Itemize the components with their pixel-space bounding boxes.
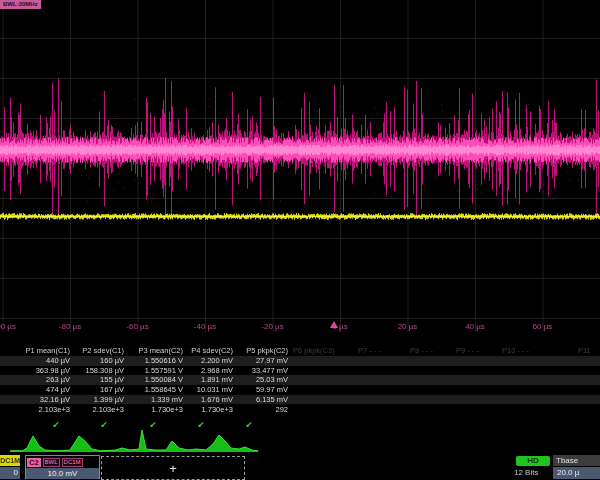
c2-label: C2 [27,458,41,467]
channel-c1-descriptor[interactable]: DC1M 0 mV [0,455,20,479]
measurement-cell: 363.98 µV [12,366,70,376]
measurement-cell: 1.891 mV [175,375,233,385]
measurement-cell: 1.676 mV [175,395,233,405]
time-tick-label: 20 µs [398,322,418,331]
measurement-cell: 292 [230,405,288,415]
measurement-cell: 263 µV [12,375,70,385]
measurement-cell: 6.135 mV [230,395,288,405]
time-tick-label: -60 µs [126,322,148,331]
param-header-inactive[interactable]: P7 - - - [358,346,381,356]
time-axis: -100 µs-80 µs-60 µs-40 µs-20 µs0 µs20 µs… [0,322,600,334]
param-header[interactable]: P4 sdev(C2) [175,346,233,356]
measurement-cell: 1.399 µV [66,395,124,405]
c1-coupling-badge: DC1M [0,455,20,466]
trigger-marker-icon[interactable] [330,321,338,328]
measurement-cell: 440 µV [12,356,70,366]
param-header-inactive[interactable]: P11 [578,346,591,356]
plus-icon: + [169,461,177,476]
time-tick-label: -100 µs [0,322,16,331]
param-header-inactive[interactable]: P6 pkpk(C3) [293,346,335,356]
param-header[interactable]: P1 mean(C1) [12,346,70,356]
time-tick-label: 40 µs [465,322,485,331]
measurement-cell: 474 µV [12,385,70,395]
measurement-cell: 2.103e+3 [66,405,124,415]
c1-scale-value: 0 mV [0,467,20,479]
status-check-icon: ✔ [50,419,62,431]
measurement-cell: 33.477 mV [230,366,288,376]
measurement-cell: 59.97 mV [230,385,288,395]
c2-bwl-badge: BWL [43,458,60,467]
timebase-descriptor[interactable]: Tbase 20.0 µ [553,455,600,479]
param-header-inactive[interactable]: P10 - - - [502,346,529,356]
measurement-cell: 25.03 mV [230,375,288,385]
measurement-cell: 2.103e+3 [12,405,70,415]
trace-label: BWL:20MHz [0,0,41,9]
time-tick-label: -40 µs [194,322,216,331]
time-tick-label: -20 µs [261,322,283,331]
measurement-table: P1 mean(C1)P2 sdev(C1)P3 mean(C2)P4 sdev… [0,346,600,436]
param-header[interactable]: P5 pkpk(C2) [230,346,288,356]
status-check-icon: ✔ [147,419,159,431]
status-check-icon: ✔ [195,419,207,431]
time-tick-label: 60 µs [533,322,553,331]
resolution-bits: 12 Bits [514,468,538,477]
oscilloscope-screen: BWL:20MHz -100 µs-80 µs-60 µs-40 µs-20 µ… [0,0,600,480]
c2-coupling-badge: DC1M [62,458,83,467]
measurement-cell: 32.16 µV [12,395,70,405]
measurement-cell: 1.730e+3 [175,405,233,415]
timebase-title: Tbase [553,455,600,466]
hd-mode-indicator: HD 12 Bits [510,455,552,479]
param-header[interactable]: P2 sdev(C1) [66,346,124,356]
add-trace-button[interactable]: + [101,456,245,480]
status-check-icon: ✔ [98,419,110,431]
measurement-cell: 160 µV [66,356,124,366]
channel-c2-descriptor[interactable]: C2 BWL DC1M 10.0 mV [25,455,100,479]
param-header-inactive[interactable]: P8 - - - [410,346,433,356]
hd-badge: HD [516,456,550,466]
measurement-cell: 27.97 mV [230,356,288,366]
status-check-icon: ✔ [243,419,255,431]
measurement-cell: 2.968 mV [175,366,233,376]
measurement-cell: 158.308 µV [66,366,124,376]
time-tick-label: -80 µs [59,322,81,331]
measurement-cell: 2.200 mV [175,356,233,366]
timebase-value: 20.0 µ [553,467,600,479]
measurement-cell: 155 µV [66,375,124,385]
measurement-cell: 10.031 mV [175,385,233,395]
measurement-cell: 167 µV [66,385,124,395]
c2-scale-value: 10.0 mV [26,468,99,479]
param-header-inactive[interactable]: P9 - - - [456,346,479,356]
